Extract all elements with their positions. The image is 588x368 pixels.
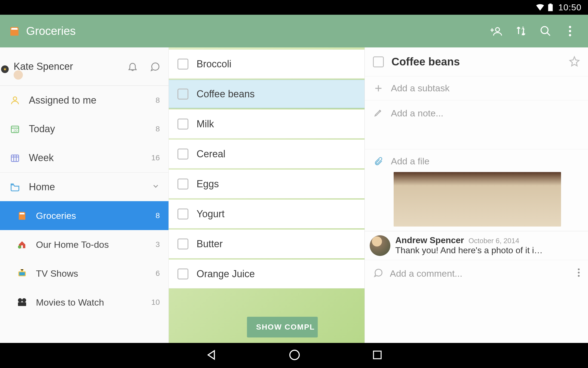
svg-point-9 — [13, 97, 17, 100]
add-comment-row[interactable]: Add a comment... — [365, 260, 588, 287]
svg-rect-16 — [19, 272, 25, 276]
comment-avatar — [370, 235, 390, 256]
sidebar-item-label: Week — [29, 152, 143, 164]
add-person-icon[interactable] — [487, 21, 506, 41]
task-label: Yogurt — [197, 208, 225, 220]
svg-point-23 — [290, 350, 299, 360]
show-completed-button[interactable]: SHOW COMPL — [247, 317, 318, 337]
recents-icon[interactable] — [372, 349, 383, 362]
sidebar-list-count: 10 — [151, 298, 160, 307]
sidebar-list-count: 8 — [152, 211, 160, 220]
app-toolbar: Groceries AZ — [0, 15, 588, 47]
add-subtask-placeholder: Add a subtask — [391, 83, 449, 93]
star-icon[interactable] — [569, 56, 580, 68]
add-file-placeholder: Add a file — [391, 156, 430, 167]
sidebar-list-movies[interactable]: Movies to Watch 10 — [0, 288, 169, 317]
checkbox[interactable] — [177, 59, 188, 70]
task-row[interactable]: Butter — [169, 230, 365, 258]
sidebar-item-today[interactable]: 20 Today 8 — [0, 114, 169, 143]
add-subtask-row[interactable]: Add a subtask — [365, 76, 588, 100]
paperclip-icon — [373, 157, 384, 166]
checkbox[interactable] — [177, 89, 188, 99]
add-file-section: Add a file — [365, 149, 588, 231]
detail-title[interactable]: Coffee beans — [391, 56, 561, 68]
house-icon — [16, 239, 28, 250]
profile-name: Kate Spencer — [14, 61, 121, 72]
svg-rect-0 — [548, 4, 553, 11]
svg-text:Z: Z — [522, 31, 524, 36]
task-label: Broccoli — [197, 58, 231, 70]
back-icon[interactable] — [205, 349, 218, 362]
tv-icon — [16, 268, 28, 279]
svg-rect-19 — [18, 302, 26, 306]
conversations-icon[interactable] — [149, 61, 161, 73]
task-row[interactable]: Eggs — [169, 170, 365, 198]
sidebar-item-assigned[interactable]: Assigned to me 8 — [0, 86, 169, 114]
task-row[interactable]: Milk — [169, 110, 365, 138]
pencil-icon — [373, 108, 384, 117]
task-label: Milk — [197, 118, 214, 130]
sidebar-list-groceries[interactable]: Groceries 8 — [0, 201, 169, 230]
sidebar-list-home-todos[interactable]: Our Home To-dos 3 — [0, 230, 169, 259]
file-thumbnail[interactable] — [394, 172, 561, 227]
sidebar-item-week[interactable]: Week 16 — [0, 143, 169, 172]
assigned-icon — [9, 95, 21, 106]
svg-text:20: 20 — [13, 129, 17, 133]
task-row[interactable]: Orange Juice — [169, 260, 365, 288]
checkbox[interactable] — [177, 239, 188, 249]
add-comment-placeholder: Add a comment... — [390, 268, 462, 279]
svg-point-17 — [18, 298, 22, 302]
overflow-menu-icon[interactable] — [578, 268, 580, 279]
svg-point-6 — [569, 26, 571, 28]
plus-icon — [373, 84, 384, 93]
checkbox[interactable] — [177, 119, 188, 129]
sidebar-list-tv-shows[interactable]: TV Shows 6 — [0, 259, 169, 288]
clock-time: 10:50 — [558, 2, 581, 13]
task-row[interactable]: Yogurt — [169, 200, 365, 228]
week-icon — [9, 152, 21, 164]
camera-icon — [16, 297, 28, 308]
wifi-icon — [536, 4, 544, 11]
pro-badge-icon: ★ — [1, 65, 9, 73]
add-note-row[interactable]: Add a note... — [365, 100, 588, 149]
checkbox[interactable] — [177, 149, 188, 159]
svg-point-14 — [18, 245, 21, 249]
svg-text:A: A — [522, 26, 525, 31]
add-note-placeholder: Add a note... — [391, 108, 443, 119]
checkbox[interactable] — [177, 209, 188, 219]
sidebar-item-label: Assigned to me — [29, 95, 144, 106]
svg-point-22 — [578, 275, 580, 277]
overflow-menu-icon[interactable] — [560, 21, 580, 41]
svg-point-21 — [578, 272, 580, 273]
list-icon — [8, 25, 21, 37]
sidebar-folder-label: Home — [29, 181, 141, 193]
task-row[interactable]: Broccoli — [169, 50, 365, 79]
notifications-icon[interactable] — [127, 61, 139, 73]
checkbox[interactable] — [177, 269, 188, 279]
task-label: Orange Juice — [197, 268, 255, 280]
task-label: Cereal — [197, 148, 225, 160]
comment-date: October 6, 2014 — [468, 237, 519, 245]
home-icon[interactable] — [288, 349, 301, 362]
sidebar-list-label: TV Shows — [36, 268, 144, 279]
svg-point-8 — [569, 34, 571, 36]
sidebar-folder-home[interactable]: Home — [0, 172, 169, 201]
sort-icon[interactable]: AZ — [511, 21, 531, 41]
checkbox[interactable] — [177, 179, 188, 189]
svg-point-5 — [541, 27, 548, 34]
comment-text: Thank you! And here's a photo of it i… — [395, 245, 583, 255]
search-icon[interactable] — [536, 21, 555, 41]
comment-item: Andrew Spencer October 6, 2014 Thank you… — [365, 231, 588, 260]
list-icon — [16, 210, 28, 221]
task-row[interactable]: Cereal — [169, 140, 365, 168]
sidebar-list-label: Our Home To-dos — [36, 239, 144, 250]
task-row[interactable]: Coffee beans — [169, 80, 365, 108]
chevron-down-icon — [152, 181, 160, 193]
add-file-row[interactable]: Add a file — [373, 156, 566, 167]
profile-header[interactable]: ★ Kate Spencer — [0, 47, 169, 86]
sidebar-list-count: 6 — [152, 269, 160, 278]
checkbox[interactable] — [373, 56, 384, 67]
svg-rect-24 — [373, 351, 381, 359]
folder-icon — [9, 181, 21, 193]
comment-author: Andrew Spencer — [395, 235, 464, 245]
